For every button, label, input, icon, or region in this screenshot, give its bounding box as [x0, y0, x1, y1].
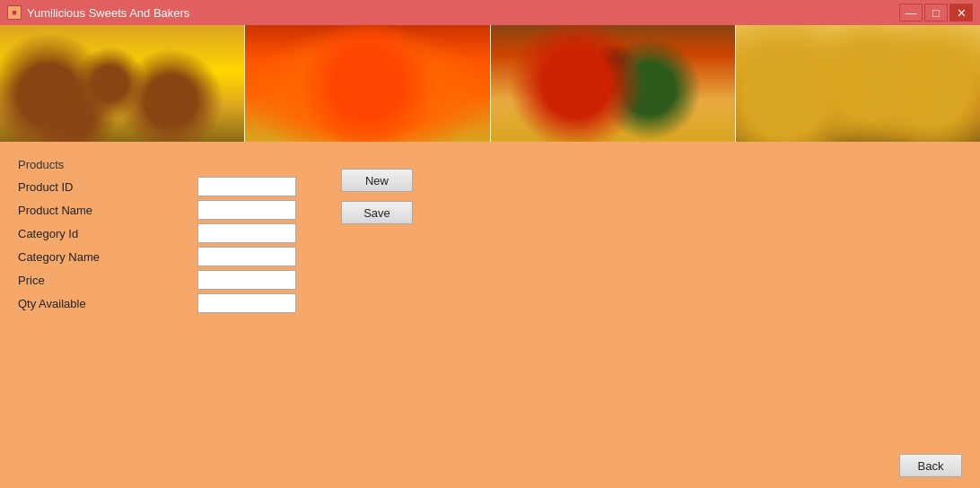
- new-button[interactable]: New: [341, 169, 413, 192]
- banner-image-jalebi: [245, 25, 490, 142]
- price-row: Price: [18, 270, 962, 290]
- category-id-input[interactable]: [197, 223, 296, 243]
- product-id-input[interactable]: [197, 177, 296, 196]
- product-id-label: Product ID: [18, 180, 197, 194]
- product-name-input[interactable]: [197, 200, 296, 220]
- title-bar: ■ Yumilicious Sweets And Bakers — □ ✕: [0, 0, 980, 25]
- main-content: Products Product ID Product Name Categor…: [0, 142, 980, 488]
- close-button[interactable]: ✕: [949, 4, 973, 22]
- category-name-input[interactable]: [197, 247, 296, 266]
- save-button[interactable]: Save: [341, 201, 413, 224]
- form-section: Products Product ID Product Name Categor…: [18, 158, 962, 313]
- category-name-row: Category Name: [18, 247, 962, 266]
- qty-available-input[interactable]: [197, 293, 296, 313]
- category-name-label: Category Name: [18, 250, 197, 264]
- window-title: Yumilicious Sweets And Bakers: [27, 6, 189, 20]
- category-id-label: Category Id: [18, 227, 197, 240]
- maximize-button[interactable]: □: [924, 4, 948, 22]
- banner-image-sweets: [0, 25, 245, 142]
- action-buttons: New Save: [341, 169, 413, 224]
- window-controls: — □ ✕: [899, 4, 973, 22]
- section-title: Products: [18, 158, 962, 171]
- qty-available-row: Qty Available: [18, 293, 962, 313]
- product-name-label: Product Name: [18, 204, 197, 217]
- price-label: Price: [18, 274, 197, 287]
- banner-image-pizza: [491, 25, 736, 142]
- minimize-button[interactable]: —: [899, 4, 923, 22]
- back-button[interactable]: Back: [899, 454, 962, 477]
- title-bar-left: ■ Yumilicious Sweets And Bakers: [7, 5, 189, 20]
- qty-available-label: Qty Available: [18, 297, 197, 310]
- image-banner: [0, 25, 980, 142]
- price-input[interactable]: [197, 270, 296, 290]
- banner-image-samosa: [736, 25, 980, 142]
- product-id-row: Product ID: [18, 177, 962, 196]
- product-name-row: Product Name: [18, 200, 962, 220]
- category-id-row: Category Id: [18, 223, 962, 243]
- app-icon: ■: [7, 5, 22, 20]
